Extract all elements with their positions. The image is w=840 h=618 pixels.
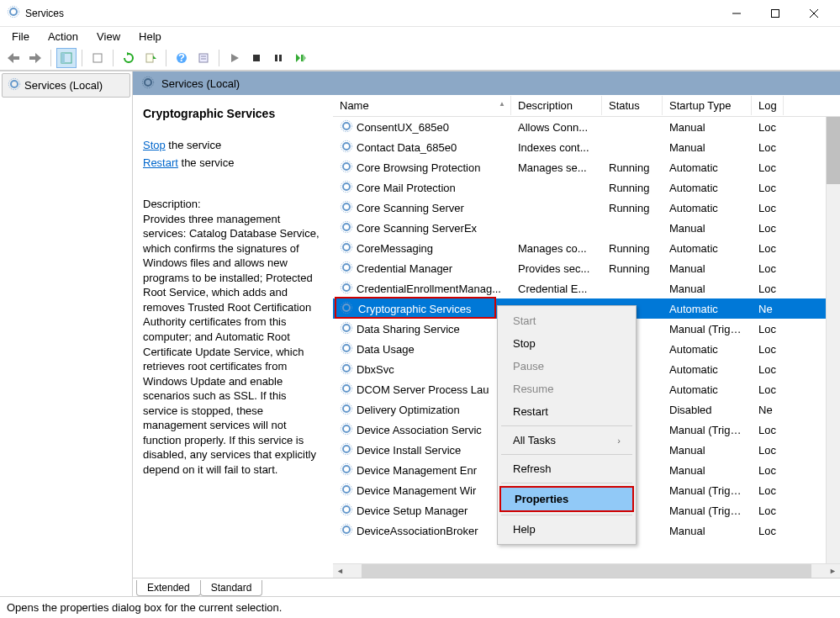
cell-status: Running — [602, 240, 663, 256]
service-row[interactable]: CoreMessagingManages co...RunningAutomat… — [333, 238, 840, 258]
gear-icon — [340, 220, 353, 236]
service-row[interactable]: Core Scanning ServerExManualLoc — [333, 218, 840, 238]
column-description[interactable]: Description — [511, 96, 602, 115]
cell-startup: Manual — [663, 220, 752, 236]
column-status[interactable]: Status — [602, 96, 663, 115]
gear-icon — [340, 483, 353, 499]
cell-desc: Allows Conn... — [511, 119, 602, 135]
context-menu-item-all-tasks[interactable]: All Tasks› — [499, 429, 634, 452]
cell-name: Contact Data_685e0 — [333, 138, 511, 157]
export-list-button[interactable] — [140, 48, 161, 68]
cell-name: CoreMessaging — [333, 239, 511, 258]
service-row[interactable]: Core Scanning ServerRunningAutomaticLoc — [333, 198, 840, 218]
context-menu-separator — [501, 515, 632, 515]
cell-status: Running — [602, 180, 663, 196]
cell-startup: Automatic — [663, 160, 752, 176]
svg-point-0 — [10, 8, 17, 15]
cell-name: Device Association Servic — [333, 420, 511, 440]
service-actions: Stop the service Restart the service — [143, 137, 322, 172]
service-row[interactable]: Credential ManagerProvides sec...Running… — [333, 258, 840, 278]
context-menu-separator — [501, 483, 632, 483]
gear-icon — [340, 140, 353, 156]
start-service-button[interactable] — [225, 48, 245, 68]
show-hide-tree-button[interactable] — [56, 48, 77, 68]
cell-startup: Disabled — [663, 402, 752, 418]
cell-startup: Manual — [663, 281, 752, 297]
restart-service-button[interactable] — [290, 48, 310, 68]
context-menu-item-properties[interactable]: Properties — [499, 486, 634, 512]
svg-marker-19 — [231, 54, 239, 62]
cell-status: Running — [602, 160, 663, 176]
stop-service-button[interactable] — [246, 48, 267, 68]
vertical-scrollbar[interactable] — [826, 117, 840, 563]
context-menu-item-restart[interactable]: Restart — [499, 400, 634, 423]
service-row[interactable]: CredentialEnrollmentManag...Credential E… — [333, 278, 840, 298]
tab-standard[interactable]: Standard — [200, 580, 263, 596]
service-row[interactable]: Core Mail ProtectionRunningAutomaticLoc — [333, 177, 840, 198]
refresh-button[interactable] — [119, 48, 139, 68]
tabs-row: Extended Standard — [133, 578, 840, 596]
tab-extended[interactable]: Extended — [136, 580, 201, 596]
menu-file[interactable]: File — [3, 29, 38, 45]
column-logon[interactable]: Log — [752, 96, 784, 115]
pause-service-button[interactable] — [268, 48, 288, 68]
back-button[interactable] — [3, 48, 24, 68]
cell-status: Running — [602, 200, 663, 216]
service-row[interactable]: ConsentUX_685e0Allows Conn...ManualLoc — [333, 117, 840, 137]
service-row[interactable]: Core Browsing ProtectionManages se...Run… — [333, 157, 840, 177]
cell-name: Core Scanning Server — [333, 198, 511, 218]
gear-icon — [340, 180, 353, 196]
cell-logon: Loc — [752, 140, 784, 156]
cell-logon: Loc — [752, 442, 784, 458]
forward-button[interactable] — [25, 48, 45, 68]
menu-action[interactable]: Action — [40, 29, 87, 45]
export-button[interactable] — [87, 48, 108, 68]
titlebar: Services — [0, 0, 840, 27]
gear-icon — [340, 240, 353, 256]
svg-marker-13 — [153, 55, 156, 59]
cell-startup: Automatic — [663, 382, 752, 398]
cell-desc: Credential E... — [511, 281, 602, 297]
menu-help[interactable]: Help — [130, 29, 170, 45]
cell-name: DbxSvc — [333, 360, 511, 379]
column-name[interactable]: Name ▲ — [333, 96, 511, 115]
close-button[interactable] — [795, 0, 833, 27]
restart-link[interactable]: Restart — [143, 156, 178, 169]
svg-point-56 — [343, 385, 350, 392]
stop-link[interactable]: Stop — [143, 139, 166, 151]
svg-point-32 — [343, 143, 350, 150]
cell-startup: Automatic — [663, 240, 752, 256]
right-pane: Services (Local) Cryptographic Services … — [133, 71, 840, 596]
cell-startup: Manual — [663, 462, 752, 478]
svg-point-30 — [343, 123, 350, 129]
context-menu-item-help[interactable]: Help — [499, 518, 634, 541]
gear-icon — [141, 76, 155, 92]
svg-marker-25 — [303, 54, 306, 62]
cell-name: Credential Manager — [333, 259, 511, 278]
restart-suffix: the service — [178, 156, 234, 169]
svg-point-52 — [343, 345, 350, 351]
help-button[interactable]: ? — [172, 48, 192, 68]
menu-view[interactable]: View — [88, 29, 129, 45]
cell-name: Core Browsing Protection — [333, 158, 511, 177]
gear-icon — [8, 77, 21, 93]
context-menu-separator — [501, 425, 632, 426]
cell-startup: Manual — [663, 523, 752, 539]
gear-icon — [340, 160, 353, 176]
context-menu-item-stop[interactable]: Stop — [499, 332, 634, 355]
cell-desc: Indexes cont... — [511, 140, 602, 156]
column-startup[interactable]: Startup Type — [663, 96, 752, 115]
cell-logon: Ne — [752, 402, 784, 418]
maximize-button[interactable] — [756, 0, 795, 27]
cell-desc — [511, 186, 602, 189]
context-menu-item-refresh[interactable]: Refresh — [499, 457, 634, 480]
horizontal-scrollbar[interactable]: ◄► — [333, 563, 840, 578]
minimize-button[interactable] — [717, 0, 756, 27]
tree-item-services-local[interactable]: Services (Local) — [2, 73, 130, 98]
service-row[interactable]: Contact Data_685e0Indexes cont...ManualL… — [333, 137, 840, 157]
svg-rect-22 — [279, 55, 282, 61]
properties-button[interactable] — [193, 48, 214, 68]
cell-logon: Loc — [752, 160, 784, 176]
svg-point-68 — [343, 506, 350, 513]
context-menu-separator — [501, 454, 632, 455]
